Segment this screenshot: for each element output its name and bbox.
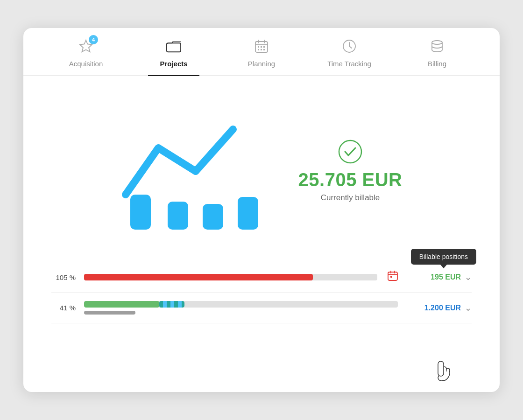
row-1-right: Billable positions 195 EUR ⌄ xyxy=(406,272,472,282)
pct-2: 41 % xyxy=(51,304,76,312)
svg-rect-1 xyxy=(167,43,181,52)
tab-planning-label: Planning xyxy=(248,60,275,68)
clock-icon xyxy=(342,39,356,56)
svg-rect-7 xyxy=(261,46,262,48)
data-row-1: 105 % Billable positions 195 EUR ⌄ xyxy=(51,262,472,293)
svg-rect-11 xyxy=(263,49,265,50)
tab-time-tracking[interactable]: Time Tracking xyxy=(324,39,375,75)
svg-rect-10 xyxy=(261,49,262,50)
chevron-2[interactable]: ⌄ xyxy=(465,303,472,313)
eur-amount-2[interactable]: 1.200 EUR xyxy=(424,304,461,312)
svg-rect-19 xyxy=(238,197,258,230)
data-rows: 105 % Billable positions 195 EUR ⌄ xyxy=(23,262,500,323)
calendar-alert-icon xyxy=(388,271,398,284)
bar-bg-2 xyxy=(84,301,398,308)
main-card: 4 Acquisition Projects xyxy=(23,28,500,392)
tab-planning[interactable]: Planning xyxy=(236,39,287,75)
nav-tabs: 4 Acquisition Projects xyxy=(23,28,500,76)
svg-rect-18 xyxy=(203,204,223,230)
svg-rect-8 xyxy=(263,46,265,48)
billable-amount: 25.705 EUR xyxy=(298,169,403,190)
hero-section: 25.705 EUR Currently billable xyxy=(23,76,500,262)
svg-rect-16 xyxy=(130,195,151,230)
tab-projects-label: Projects xyxy=(160,60,187,68)
svg-point-15 xyxy=(432,41,442,44)
pct-1: 105 % xyxy=(51,273,76,281)
svg-rect-25 xyxy=(390,276,392,278)
star-icon: 4 xyxy=(78,38,93,56)
eur-amount-1[interactable]: 195 EUR xyxy=(431,273,461,281)
svg-point-20 xyxy=(339,140,361,163)
acquisition-badge: 4 xyxy=(89,35,98,44)
tab-billing-label: Billing xyxy=(428,60,446,68)
bar-container-2 xyxy=(84,301,398,315)
svg-rect-21 xyxy=(388,272,397,280)
svg-rect-9 xyxy=(258,49,259,50)
bar-container-1 xyxy=(84,274,377,280)
svg-rect-6 xyxy=(258,46,259,48)
tab-projects[interactable]: Projects xyxy=(148,39,199,76)
data-row-2: 41 % 1.200 EUR ⌄ xyxy=(51,293,472,323)
bar-bg-1 xyxy=(84,274,377,280)
folder-icon xyxy=(166,39,181,56)
bar-fill-1 xyxy=(84,274,313,280)
tab-billing[interactable]: Billing xyxy=(411,39,463,75)
check-circle-icon xyxy=(338,140,362,164)
row-2-right: 1.200 EUR ⌄ xyxy=(406,303,472,313)
svg-rect-29 xyxy=(438,361,444,376)
chevron-1[interactable]: ⌄ xyxy=(465,272,472,282)
tab-time-tracking-label: Time Tracking xyxy=(327,60,371,68)
calendar-icon xyxy=(254,39,269,56)
hero-right: 25.705 EUR Currently billable xyxy=(298,140,403,203)
database-icon xyxy=(430,39,444,56)
svg-rect-17 xyxy=(168,202,188,230)
bar-green-2 xyxy=(84,301,159,308)
bar-sub-2 xyxy=(84,311,135,315)
chart-area xyxy=(121,101,270,241)
cursor-hand xyxy=(430,357,453,389)
tab-acquisition-label: Acquisition xyxy=(69,60,103,68)
bar-stripe-2 xyxy=(159,301,184,308)
svg-line-14 xyxy=(349,46,352,48)
billable-label: Currently billable xyxy=(321,193,380,203)
tab-acquisition[interactable]: 4 Acquisition xyxy=(60,38,112,75)
